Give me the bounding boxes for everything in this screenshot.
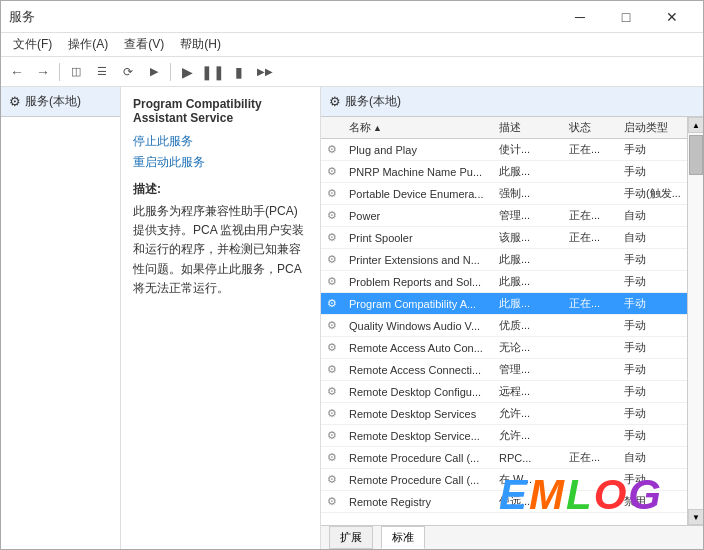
menu-action[interactable]: 操作(A) <box>60 34 116 55</box>
service-desc: 允许... <box>495 406 565 421</box>
table-row[interactable]: ⚙Remote Desktop Service...允许...手动 <box>321 425 687 447</box>
service-status: 正在... <box>565 142 620 157</box>
pause-service-button[interactable]: ❚❚ <box>201 61 225 83</box>
col-headers: 名称 ▲ 描述 状态 启动类型 <box>321 117 687 139</box>
table-row[interactable]: ⚙Remote Desktop Services允许...手动 <box>321 403 687 425</box>
service-icon: ⚙ <box>323 165 345 178</box>
sidebar-icon: ⚙ <box>9 94 21 109</box>
table-row[interactable]: ⚙Quality Windows Audio V...优质...手动 <box>321 315 687 337</box>
table-row[interactable]: ⚙Power管理...正在...自动 <box>321 205 687 227</box>
service-desc: 此服... <box>495 296 565 311</box>
menu-view[interactable]: 查看(V) <box>116 34 172 55</box>
service-icon: ⚙ <box>323 363 345 376</box>
menu-bar: 文件(F) 操作(A) 查看(V) 帮助(H) <box>1 33 703 57</box>
service-startup: 手动 <box>620 318 685 333</box>
service-desc: RPC... <box>495 452 565 464</box>
service-name: Portable Device Enumera... <box>345 188 495 200</box>
table-row[interactable]: ⚙Problem Reports and Sol...此服...手动 <box>321 271 687 293</box>
service-desc: 远程... <box>495 384 565 399</box>
desc-text: 此服务为程序兼容性助手(PCA)提供支持。PCA 监视由用户安装和运行的程序，并… <box>133 202 308 298</box>
service-startup: 手动 <box>620 406 685 421</box>
service-icon: ⚙ <box>323 231 345 244</box>
service-icon: ⚙ <box>323 407 345 420</box>
start-service-button[interactable]: ▶ <box>175 61 199 83</box>
tab-expand[interactable]: 扩展 <box>329 526 373 549</box>
stop-service-button[interactable]: ▮ <box>227 61 251 83</box>
table-row[interactable]: ⚙PNRP Machine Name Pu...此服...手动 <box>321 161 687 183</box>
service-startup: 手动 <box>620 296 685 311</box>
table-row[interactable]: ⚙Portable Device Enumera...强制...手动(触发... <box>321 183 687 205</box>
service-name: PNRP Machine Name Pu... <box>345 166 495 178</box>
table-row[interactable]: ⚙Remote Procedure Call (...RPC...正在...自动 <box>321 447 687 469</box>
service-startup: 自动 <box>620 208 685 223</box>
service-name: Remote Desktop Service... <box>345 430 495 442</box>
restart-service-link[interactable]: 重启动此服务 <box>133 154 308 171</box>
refresh-list-button[interactable]: ⟳ <box>116 61 140 83</box>
service-startup: 自动 <box>620 450 685 465</box>
table-row[interactable]: ⚙Program Compatibility A...此服...正在...手动 <box>321 293 687 315</box>
list-header-icon: ⚙ <box>329 94 341 109</box>
service-name: Quality Windows Audio V... <box>345 320 495 332</box>
service-icon: ⚙ <box>323 187 345 200</box>
table-row[interactable]: ⚙Printer Extensions and N...此服...手动 <box>321 249 687 271</box>
service-name: Remote Desktop Services <box>345 408 495 420</box>
list-header-title: 服务(本地) <box>345 93 401 110</box>
service-startup: 手动(触发... <box>620 186 685 201</box>
window-title: 服务 <box>9 8 557 26</box>
close-button[interactable]: ✕ <box>649 1 695 33</box>
toolbar: ← → ◫ ☰ ⟳ ▶ ▶ ❚❚ ▮ ▶▶ <box>1 57 703 87</box>
service-icon: ⚙ <box>323 275 345 288</box>
tab-standard[interactable]: 标准 <box>381 526 425 549</box>
minimize-button[interactable]: ─ <box>557 1 603 33</box>
emlog-o: O <box>594 471 629 518</box>
export-button[interactable]: ▶ <box>142 61 166 83</box>
menu-help[interactable]: 帮助(H) <box>172 34 229 55</box>
service-name: Remote Desktop Configu... <box>345 386 495 398</box>
service-name: Remote Procedure Call (... <box>345 452 495 464</box>
service-desc: 此服... <box>495 164 565 179</box>
table-row[interactable]: ⚙Remote Access Connecti...管理...手动 <box>321 359 687 381</box>
service-icon: ⚙ <box>323 319 345 332</box>
service-desc: 强制... <box>495 186 565 201</box>
table-row[interactable]: ⚙Print Spooler该服...正在...自动 <box>321 227 687 249</box>
col-header-desc[interactable]: 描述 <box>495 120 565 135</box>
forward-button[interactable]: → <box>31 61 55 83</box>
service-startup: 手动 <box>620 340 685 355</box>
scroll-down-button[interactable]: ▼ <box>688 509 703 525</box>
back-button[interactable]: ← <box>5 61 29 83</box>
service-icon: ⚙ <box>323 341 345 354</box>
table-row[interactable]: ⚙Plug and Play使计...正在...手动 <box>321 139 687 161</box>
service-rows-container: ⚙Plug and Play使计...正在...手动⚙PNRP Machine … <box>321 139 687 513</box>
service-desc: 允许... <box>495 428 565 443</box>
service-name: Print Spooler <box>345 232 495 244</box>
service-desc: 该服... <box>495 230 565 245</box>
service-desc: 管理... <box>495 362 565 377</box>
menu-file[interactable]: 文件(F) <box>5 34 60 55</box>
properties-button[interactable]: ☰ <box>90 61 114 83</box>
show-hide-button[interactable]: ◫ <box>64 61 88 83</box>
emlog-l: L <box>566 471 594 518</box>
service-name: Remote Access Auto Con... <box>345 342 495 354</box>
desc-label: 描述: <box>133 181 308 198</box>
col-header-name[interactable]: 名称 ▲ <box>345 120 495 135</box>
stop-service-link[interactable]: 停止此服务 <box>133 133 308 150</box>
service-desc: 优质... <box>495 318 565 333</box>
list-scrollbar[interactable]: ▲ ▼ <box>687 117 703 525</box>
scroll-thumb[interactable] <box>689 135 703 175</box>
service-startup: 手动 <box>620 428 685 443</box>
table-row[interactable]: ⚙Remote Desktop Configu...远程...手动 <box>321 381 687 403</box>
service-name: Remote Registry <box>345 496 495 508</box>
col-header-status[interactable]: 状态 <box>565 120 620 135</box>
maximize-button[interactable]: □ <box>603 1 649 33</box>
emlog-watermark: EMLOG <box>499 471 663 519</box>
service-name: Printer Extensions and N... <box>345 254 495 266</box>
service-icon: ⚙ <box>323 297 345 310</box>
service-icon: ⚙ <box>323 451 345 464</box>
restart-service-button[interactable]: ▶▶ <box>253 61 277 83</box>
scroll-up-button[interactable]: ▲ <box>688 117 703 133</box>
col-header-startup[interactable]: 启动类型 <box>620 120 685 135</box>
table-row[interactable]: ⚙Remote Access Auto Con...无论...手动 <box>321 337 687 359</box>
service-icon: ⚙ <box>323 143 345 156</box>
service-status: 正在... <box>565 296 620 311</box>
service-name: Plug and Play <box>345 144 495 156</box>
